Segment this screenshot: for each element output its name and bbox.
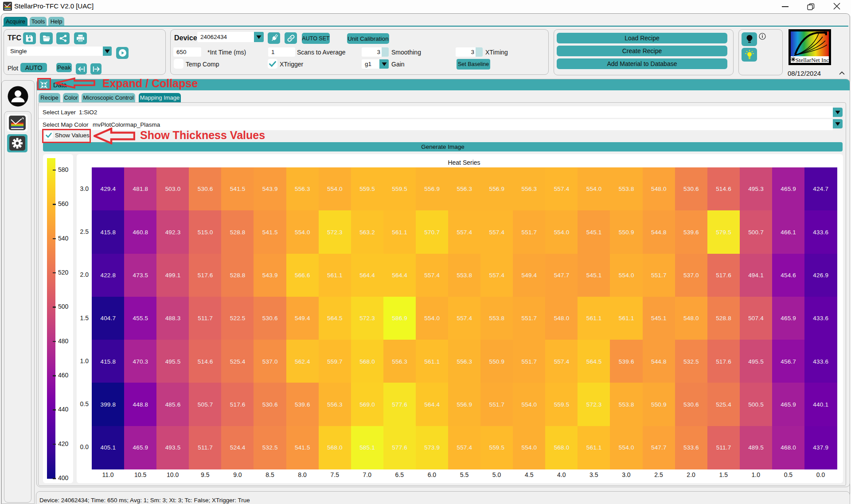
svg-text:StellarNet Inc: StellarNet Inc	[796, 57, 829, 63]
